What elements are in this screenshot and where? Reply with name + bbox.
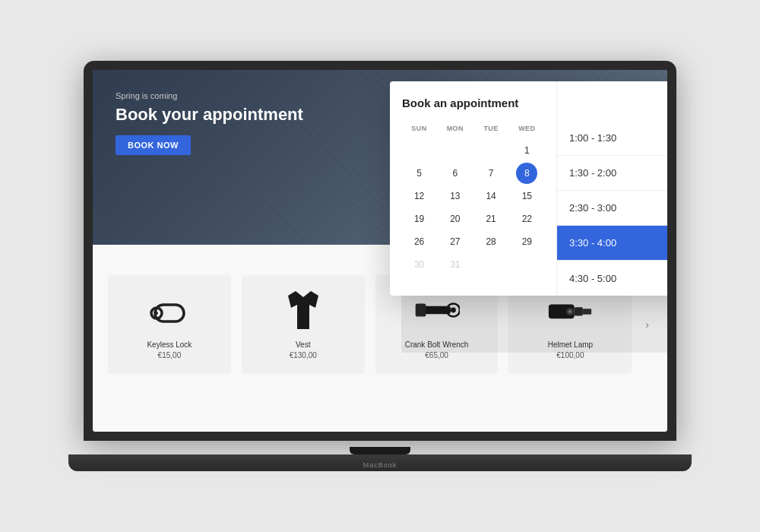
cal-cell-27[interactable]: 27 — [438, 231, 472, 252]
cal-cell-28[interactable]: 28 — [474, 231, 508, 252]
screen-bezel: Spring is coming Book your appointment B… — [84, 61, 676, 441]
product-icon-1 — [147, 287, 192, 333]
timeslot-row-2[interactable]: 1:30 - 2:00 BOOK — [557, 156, 667, 191]
product-icon-2 — [280, 287, 326, 333]
cal-cell-14[interactable]: 14 — [474, 185, 508, 207]
cal-cell-29[interactable]: 29 — [510, 231, 544, 252]
day-header-sun: SUN — [402, 122, 436, 135]
cal-cell-12[interactable]: 12 — [402, 185, 436, 207]
cal-cell-13[interactable]: 13 — [438, 185, 472, 207]
product-card-2[interactable]: Vest €130,00 — [242, 275, 365, 374]
timeslot-row-4[interactable]: 3:30 - 4:00 ✓ — [557, 226, 667, 261]
day-header-mon: MON — [438, 122, 472, 135]
cal-cell-22[interactable]: 22 — [510, 208, 544, 230]
cal-cell-31[interactable]: 31 — [438, 254, 472, 275]
appointment-modal: Book an appointment SUN MON TUE WED 1 — [390, 81, 667, 296]
timeslot-row-5[interactable]: 4:30 - 5:00 BOOK — [557, 261, 667, 296]
timeslot-time-3: 2:30 - 3:00 — [569, 202, 667, 214]
calendar-grid: 1 5 6 7 8 12 13 14 15 19 20 2 — [402, 140, 544, 275]
calendar-header: SUN MON TUE WED — [402, 122, 544, 135]
product-name-1: Keyless Lock — [147, 340, 192, 349]
day-header-tue: TUE — [474, 122, 508, 135]
cal-cell-5[interactable]: 5 — [402, 163, 436, 184]
timeslot-time-5: 4:30 - 5:00 — [569, 273, 667, 284]
cal-cell-26[interactable]: 26 — [402, 231, 436, 252]
book-now-button[interactable]: BOOK NOW — [116, 135, 191, 155]
cal-cell-15[interactable]: 15 — [510, 185, 544, 207]
cal-cell-8[interactable]: 8 — [516, 163, 537, 184]
laptop-notch — [350, 447, 410, 454]
calendar-section: Book an appointment SUN MON TUE WED 1 — [390, 81, 557, 296]
laptop-screen: Spring is coming Book your appointment B… — [93, 70, 667, 432]
product-price-2: €130,00 — [290, 351, 317, 359]
day-header-wed: WED — [510, 122, 544, 135]
timeslots-section: 1:00 - 1:30 BOOK 1:30 - 2:00 BOOK 2:30 -… — [557, 81, 667, 296]
laptop-base: MacBook — [68, 454, 692, 471]
timeslot-row-1[interactable]: 1:00 - 1:30 BOOK — [557, 121, 667, 156]
cal-cell-1[interactable]: 1 — [510, 140, 544, 161]
product-card-1[interactable]: Keyless Lock €15,00 — [108, 275, 231, 374]
macbook-brand-label: MacBook — [363, 461, 397, 469]
laptop-container: Spring is coming Book your appointment B… — [84, 61, 676, 471]
cal-cell-30[interactable]: 30 — [402, 254, 436, 275]
timeslot-time-2: 1:30 - 2:00 — [569, 167, 667, 179]
modal-title: Book an appointment — [402, 97, 544, 109]
svg-point-2 — [155, 312, 158, 315]
timeslot-row-3[interactable]: 2:30 - 3:00 BOOK — [557, 191, 667, 226]
product-price-1: €15,00 — [158, 351, 182, 359]
timeslot-time-1: 1:00 - 1:30 — [569, 132, 667, 144]
cal-cell-20[interactable]: 20 — [438, 208, 472, 230]
product-name-2: Vest — [296, 340, 310, 349]
timeslot-time-4: 3:30 - 4:00 — [569, 237, 667, 249]
cal-cell-6[interactable]: 6 — [438, 163, 472, 184]
cal-cell-7[interactable]: 7 — [474, 163, 508, 184]
cal-cell-21[interactable]: 21 — [474, 208, 508, 230]
cal-cell-19[interactable]: 19 — [402, 208, 436, 230]
